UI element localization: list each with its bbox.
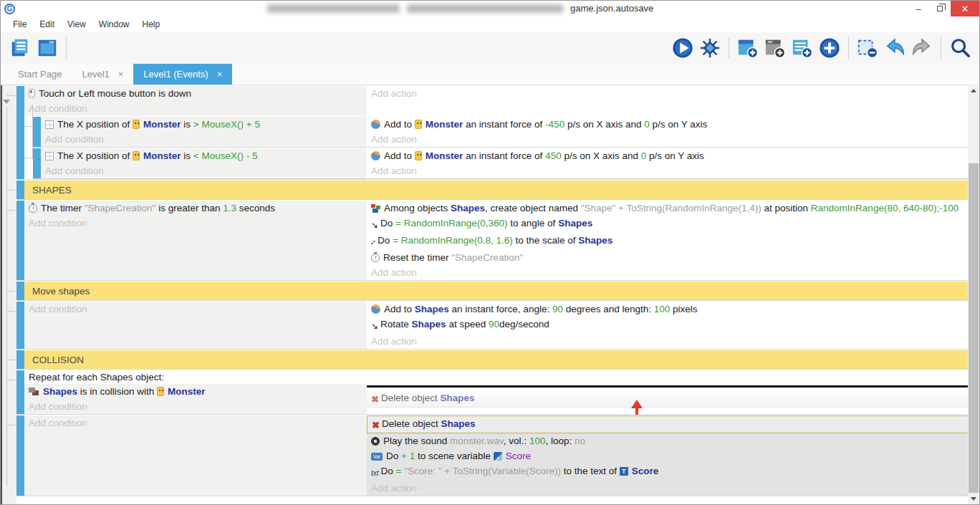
add-condition-placeholder[interactable]: Add condition (41, 132, 367, 147)
event-selection-bar[interactable] (16, 86, 24, 179)
tab-level1[interactable]: Level1× (72, 64, 133, 85)
action-row[interactable]: Rotate Shapes at speed 90deg/second (367, 317, 979, 334)
preview-icon[interactable] (672, 37, 693, 59)
standard-event[interactable]: Add conditionDelete object ShapesPlay th… (16, 415, 979, 496)
scroll-up-button[interactable] (968, 85, 979, 96)
tab-close-icon[interactable]: × (217, 69, 223, 80)
event-selection-bar[interactable] (16, 370, 24, 414)
action-row[interactable]: Reset the timer "ShapeCreation" (367, 250, 979, 265)
add-action-placeholder[interactable]: Add action (367, 163, 979, 178)
action-row[interactable]: Do = "Score: " + ToString(Variable(Score… (367, 463, 979, 481)
add-condition-placeholder[interactable]: Add condition (24, 101, 367, 116)
menu-item-file[interactable]: File (6, 16, 33, 32)
condition-row[interactable]: Touch or Left mouse button is down (24, 86, 367, 101)
action-row[interactable]: Do + 1 to scene variable Score (367, 448, 979, 463)
repeat-header[interactable]: Repeat for each Shapes object: (24, 370, 979, 384)
event-selection-bar[interactable] (16, 415, 24, 496)
add-subevent-icon[interactable] (792, 37, 813, 59)
add-action-placeholder[interactable]: Add action (367, 86, 979, 101)
add-action-placeholder[interactable]: Add action (367, 481, 979, 496)
menu-item-view[interactable]: View (61, 16, 92, 32)
condition-row[interactable]: Shapes is in collision with Monster (24, 384, 367, 399)
redo-icon[interactable] (911, 37, 933, 59)
group-title[interactable]: SHAPES (24, 181, 979, 199)
timer-icon (371, 254, 380, 262)
scrollbar-thumb[interactable] (969, 163, 979, 493)
add-action-placeholder[interactable]: Add action (367, 265, 979, 280)
close-button[interactable]: ✕ (951, 1, 979, 16)
add-condition-placeholder[interactable]: Add condition (24, 399, 367, 414)
toolbar-divider (66, 37, 67, 59)
group-event[interactable]: Move shapes (16, 281, 979, 301)
event-selection-bar[interactable] (16, 282, 24, 300)
group-title[interactable]: Move shapes (24, 282, 979, 300)
group-event[interactable]: SHAPES (16, 180, 979, 200)
text-segment: Shapes (43, 386, 77, 397)
repeat-event[interactable]: Repeat for each Shapes object:Shapes is … (16, 370, 979, 415)
event-selection-bar[interactable] (33, 117, 41, 147)
add-condition-placeholder[interactable]: Add condition (24, 216, 367, 231)
undo-icon[interactable] (884, 37, 905, 59)
window-left-border (1, 85, 2, 505)
scroll-down-button[interactable] (968, 493, 979, 504)
condition-row[interactable]: The X position of Monster is > MouseX() … (41, 117, 367, 132)
add-condition-placeholder[interactable]: Add condition (41, 163, 367, 178)
group-title[interactable]: COLLISION (24, 350, 979, 369)
text-segment: Add to (384, 304, 415, 314)
add-action-placeholder[interactable]: Add action (367, 334, 979, 349)
text-segment: = RandomInRange(0,360) (395, 218, 507, 229)
standard-event[interactable]: The X position of Monster is > MouseX() … (33, 116, 979, 148)
menu-item-help[interactable]: Help (136, 16, 167, 32)
vertical-scrollbar[interactable] (968, 85, 979, 504)
action-row[interactable]: Add to Shapes an instant force, angle: 9… (367, 302, 979, 317)
event-selection-bar[interactable] (16, 350, 24, 369)
tab-level1-events-[interactable]: Level1 (Events)× (133, 64, 232, 85)
event-selection-bar[interactable] (16, 181, 24, 199)
action-row[interactable]: Play the sound monster.wav, vol.: 100, l… (367, 433, 979, 448)
standard-event[interactable]: The X position of Monster is < MouseX() … (33, 148, 979, 179)
add-comment-icon[interactable] (764, 37, 786, 59)
conditions-column: Touch or Left mouse button is downAdd co… (24, 86, 367, 116)
collapse-arrow-icon[interactable] (3, 100, 10, 104)
text-segment: Monster (426, 119, 463, 130)
window-title-text: game.json.autosave (570, 3, 653, 14)
text-segment: Monster (143, 150, 181, 161)
add-action-placeholder[interactable]: Add action (367, 132, 979, 147)
action-row[interactable]: Add to Monster an instant force of -450 … (367, 117, 979, 132)
group-event[interactable]: COLLISION (16, 350, 979, 370)
tab-close-icon[interactable]: × (118, 69, 124, 80)
add-condition-placeholder[interactable]: Add condition (24, 302, 367, 317)
event-selection-bar[interactable] (16, 302, 24, 349)
condition-row[interactable]: The timer "ShapeCreation" is greater tha… (24, 201, 367, 216)
toolbar (1, 32, 979, 64)
standard-event[interactable]: Touch or Left mouse button is downAdd co… (16, 85, 979, 180)
text-segment: > MouseX() + 5 (193, 119, 260, 130)
standard-event[interactable]: The timer "ShapeCreation" is greater tha… (16, 200, 979, 281)
action-row[interactable]: Among objects Shapes, create object name… (367, 201, 979, 216)
action-row[interactable]: Do = RandomInRange(0.8, 1.6) to the scal… (367, 233, 979, 250)
conditions-column: Shapes is in collision with MonsterAdd c… (24, 384, 367, 414)
standard-event[interactable]: Add conditionAdd to Shapes an instant fo… (16, 301, 979, 350)
text-segment: "Shape" + ToString(RandomInRange(1,4)) (581, 203, 762, 213)
menu-item-window[interactable]: Window (92, 16, 136, 32)
minimize-button[interactable]: – (908, 1, 929, 16)
text-segment: Among objects (384, 203, 451, 213)
search-icon[interactable] (949, 37, 971, 59)
restore-button[interactable] (929, 1, 951, 16)
event-selection-bar[interactable] (33, 148, 41, 178)
add-other-icon[interactable] (819, 37, 840, 59)
conditions-column: Add condition (24, 415, 367, 496)
debug-icon[interactable] (699, 37, 721, 59)
action-row[interactable]: Do = RandomInRange(0,360) to angle of Sh… (367, 216, 979, 233)
menu-item-edit[interactable]: Edit (33, 16, 61, 32)
delete-event-icon[interactable] (857, 37, 878, 59)
action-row[interactable]: Add to Monster an instant force of 450 p… (367, 148, 979, 163)
action-row[interactable]: Delete object Shapes (367, 415, 976, 433)
condition-row[interactable]: The X position of Monster is < MouseX() … (41, 148, 367, 163)
event-selection-bar[interactable] (16, 201, 24, 280)
project-manager-icon[interactable] (9, 37, 31, 59)
add-condition-placeholder[interactable]: Add condition (24, 415, 367, 431)
scene-editor-icon[interactable] (37, 37, 58, 59)
tab-start-page[interactable]: Start Page (8, 64, 72, 85)
add-event-icon[interactable] (737, 37, 759, 59)
